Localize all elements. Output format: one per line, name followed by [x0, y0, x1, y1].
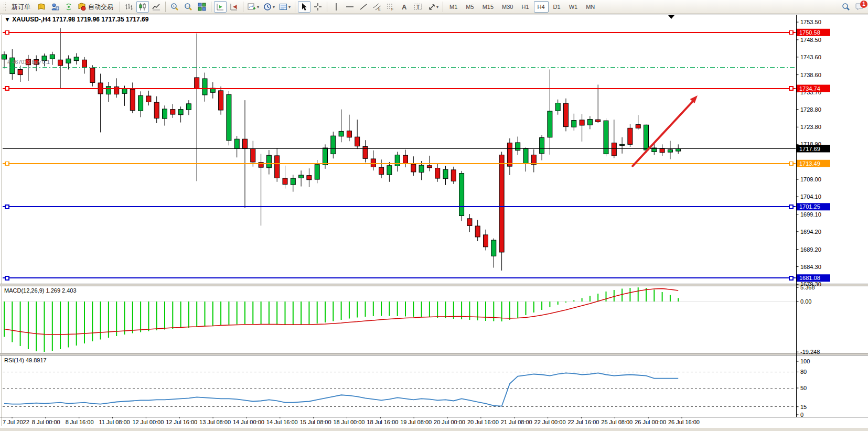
- chat-button[interactable]: 1: [853, 1, 866, 13]
- chart-shift-button[interactable]: [228, 1, 240, 13]
- strategy-tester-button[interactable]: [49, 1, 61, 13]
- time-axis-label[interactable]: 8 Jul 16:00: [66, 419, 94, 425]
- tab-timeframe-m1[interactable]: M1: [446, 1, 461, 13]
- toolbar-separator: [211, 2, 211, 12]
- pane-separator-rsi[interactable]: [0, 353, 868, 355]
- chevron-down-icon[interactable]: ▾: [257, 5, 259, 9]
- time-axis-label[interactable]: 14 Jul 16:00: [266, 419, 298, 425]
- chevron-down-icon[interactable]: ▾: [273, 5, 275, 9]
- candle-body: [516, 143, 520, 150]
- level-handle-left[interactable]: [5, 30, 9, 34]
- tab-timeframe-d1[interactable]: D1: [550, 1, 564, 13]
- time-axis-label[interactable]: 15 Jul 08:00: [300, 419, 331, 425]
- equidistant-channel-button[interactable]: E: [371, 1, 383, 13]
- line-chart-button[interactable]: [150, 1, 163, 13]
- time-axis-label[interactable]: 18 Jul 00:00: [334, 419, 365, 425]
- zoom-out-button[interactable]: [182, 1, 195, 13]
- candle-body: [154, 102, 159, 118]
- candle-body: [90, 68, 95, 83]
- search-button[interactable]: [840, 1, 852, 13]
- fibonacci-button[interactable]: F: [384, 1, 397, 13]
- candle-body: [443, 169, 448, 179]
- time-axis-label[interactable]: 20 Jul 16:00: [467, 419, 499, 425]
- tab-timeframe-w1[interactable]: W1: [565, 1, 582, 13]
- time-axis-label[interactable]: 22 Jul 16:00: [567, 419, 599, 425]
- candle-body: [219, 91, 223, 110]
- crosshair-icon: [314, 3, 322, 11]
- candle-body: [507, 143, 512, 166]
- periods-button[interactable]: ▾: [262, 1, 276, 13]
- candle-body: [540, 138, 544, 154]
- cursor-button[interactable]: [298, 1, 310, 13]
- arrows-button[interactable]: ▾: [425, 1, 440, 13]
- chevron-down-icon[interactable]: ▾: [288, 5, 291, 9]
- signals-button[interactable]: [62, 1, 75, 13]
- time-axis-label[interactable]: 12 Jul 16:00: [166, 419, 197, 425]
- vertical-line-button[interactable]: [330, 1, 342, 13]
- tab-timeframe-m30[interactable]: M30: [498, 1, 517, 13]
- autotrading-button[interactable]: 自动交易: [76, 1, 117, 13]
- crosshair-button[interactable]: [312, 1, 324, 13]
- text-label-icon: T: [414, 3, 422, 11]
- text-button[interactable]: A: [398, 1, 411, 13]
- time-axis-label[interactable]: 14 Jul 00:00: [233, 419, 264, 425]
- tab-timeframe-mn[interactable]: MN: [582, 1, 598, 13]
- candle-body: [82, 60, 87, 68]
- time-axis-label[interactable]: 21 Jul 08:00: [501, 419, 532, 425]
- templates-button[interactable]: ▾: [277, 1, 292, 13]
- tab-timeframe-h4[interactable]: H4: [534, 1, 549, 13]
- text-label-button[interactable]: T: [412, 1, 424, 13]
- level-handle-left[interactable]: [5, 276, 9, 280]
- level-handle-right[interactable]: [789, 87, 793, 90]
- time-axis-label[interactable]: 12 Jul 00:00: [132, 419, 164, 425]
- level-handle-right[interactable]: [789, 276, 793, 280]
- candle-body: [202, 79, 207, 95]
- tab-timeframe-h1[interactable]: H1: [518, 1, 532, 13]
- window-bottom-edge: [0, 428, 868, 431]
- time-axis-label[interactable]: 26 Jul 16:00: [668, 419, 700, 425]
- zoom-in-button[interactable]: [168, 1, 181, 13]
- templates-icon: [279, 3, 287, 11]
- candle-body: [587, 119, 592, 125]
- level-handle-right[interactable]: [789, 161, 793, 165]
- new-order-button[interactable]: 新订单: [8, 1, 34, 13]
- time-axis-label[interactable]: 13 Jul 08:00: [199, 419, 231, 425]
- time-axis-label[interactable]: 26 Jul 00:00: [635, 419, 666, 425]
- tab-timeframe-m5[interactable]: M5: [462, 1, 477, 13]
- history-button[interactable]: [35, 1, 48, 13]
- time-axis-label[interactable]: 8 Jul 00:00: [32, 419, 60, 425]
- time-axis-label[interactable]: 7 Jul 2022: [3, 419, 29, 425]
- level-handle-left[interactable]: [5, 87, 9, 90]
- time-axis-label[interactable]: 20 Jul 00:00: [434, 419, 465, 425]
- time-axis-label[interactable]: 11 Jul 08:00: [99, 419, 130, 425]
- candle-body: [323, 148, 328, 165]
- tab-timeframe-m15[interactable]: M15: [479, 1, 497, 13]
- time-axis-label[interactable]: 18 Jul 16:00: [367, 419, 398, 425]
- level-handle-left[interactable]: [5, 205, 9, 209]
- main-toolbar: 新订单自动交易▾▾▾EFAT▾M1M5M15M30H1H4D1W1MN1: [0, 0, 868, 14]
- candle-body: [451, 170, 456, 181]
- candle-body: [628, 128, 633, 144]
- candlestick-chart-icon: [138, 3, 147, 11]
- candle-body: [355, 137, 360, 146]
- level-handle-right[interactable]: [789, 30, 793, 34]
- candle-body: [299, 175, 304, 178]
- candlestick-chart-button[interactable]: [136, 1, 149, 13]
- timeframe-switcher: M1M5M15M30H1H4D1W1MN: [445, 1, 599, 13]
- time-axis-label[interactable]: 22 Jul 00:00: [534, 419, 566, 425]
- indicators-button[interactable]: ▾: [246, 1, 261, 13]
- level-handle-right[interactable]: [789, 205, 793, 209]
- horizontal-line-button[interactable]: [344, 1, 356, 13]
- candle-body: [491, 240, 496, 256]
- candle-body: [227, 94, 231, 141]
- time-axis-label[interactable]: 25 Jul 08:00: [601, 419, 633, 425]
- time-axis-label[interactable]: 19 Jul 08:00: [400, 419, 432, 425]
- pane-separator-macd[interactable]: [0, 284, 868, 286]
- rsi-axis-label: 50: [800, 385, 807, 391]
- trendline-button[interactable]: [357, 1, 370, 13]
- bar-chart-button[interactable]: [123, 1, 135, 13]
- auto-scroll-button[interactable]: [214, 1, 227, 13]
- level-handle-left[interactable]: [5, 161, 9, 165]
- tile-windows-button[interactable]: [196, 1, 208, 13]
- chevron-down-icon[interactable]: ▾: [436, 5, 438, 9]
